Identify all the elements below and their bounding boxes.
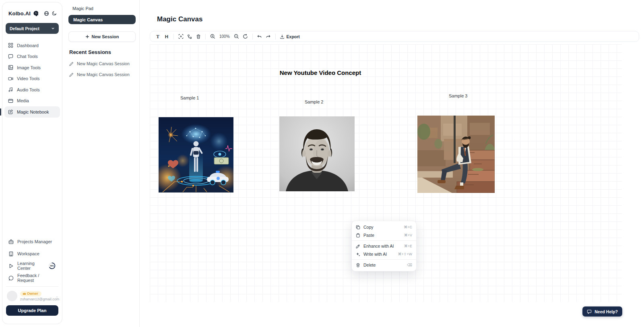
sample-2-image[interactable] <box>279 116 355 191</box>
new-session-button[interactable]: New Session <box>68 31 136 42</box>
context-menu-item-enhance-with-ai[interactable]: Enhance with AI ⌘+E <box>352 242 416 250</box>
owner-badge: Owner <box>20 291 41 296</box>
dark-mode-moon-icon[interactable] <box>52 10 57 17</box>
copy-icon <box>356 225 360 230</box>
sample-1-image[interactable] <box>159 117 233 192</box>
image-icon <box>8 65 13 70</box>
active-indicator <box>0 108 1 116</box>
sidebar-item-learning-center[interactable]: Learning Center 66% <box>6 260 58 272</box>
sidebar-item-video-tools[interactable]: Video Tools <box>4 73 60 85</box>
undo-icon <box>257 34 262 39</box>
paste-clipboard-icon <box>356 233 360 238</box>
shortcut-label: ⌘+C <box>404 225 412 229</box>
shortcut-label: ⌘+⇧+W <box>398 252 412 256</box>
magic-wand-icon <box>356 244 360 248</box>
heading-tool-button[interactable]: H <box>162 32 171 41</box>
brain-logo-icon <box>33 10 39 17</box>
notebook-edit-icon <box>8 109 13 114</box>
divider <box>352 240 416 241</box>
divider <box>6 286 58 287</box>
sidebar-item-image-tools[interactable]: Image Tools <box>4 62 60 73</box>
help-chat-icon <box>587 309 592 314</box>
redo-button[interactable] <box>264 32 273 41</box>
delete-tool-button[interactable] <box>194 32 203 41</box>
undo-button[interactable] <box>255 32 264 41</box>
sidebar-item-projects-manager[interactable]: Projects Manager <box>6 236 58 248</box>
sample-2-label[interactable]: Sample 2 <box>305 99 323 104</box>
page-title: Magic Canvas <box>157 15 202 23</box>
main-area: Magic Canvas T H 100% <box>140 0 644 327</box>
zoom-out-button[interactable] <box>232 32 241 41</box>
sidebar-item-chat-tools[interactable]: Chat Tools <box>4 51 60 62</box>
sidebar-item-label: Workspace <box>17 251 39 256</box>
sidebar-item-label: Image Tools <box>17 65 41 70</box>
sidebar-item-label: Projects Manager <box>17 239 52 244</box>
sidebar-item-label: Audio Tools <box>17 87 40 92</box>
sidebar-footer: Projects Manager Workspace Learning Cent… <box>6 236 58 316</box>
sidebar: Kolbo.AI Default Project Dashboard Chat … <box>2 2 62 324</box>
sidebar-item-label: Dashboard <box>17 43 39 48</box>
sample-3-label[interactable]: Sample 3 <box>449 93 467 98</box>
zoom-out-icon <box>234 34 239 39</box>
tab-magic-canvas[interactable]: Magic Canvas <box>68 15 136 24</box>
project-selector-label: Default Project <box>10 26 39 31</box>
sidebar-item-media[interactable]: Media <box>4 95 60 107</box>
sidebar-item-dashboard[interactable]: Dashboard <box>4 40 60 51</box>
logo-row: Kolbo.AI <box>8 10 57 17</box>
music-note-icon <box>8 87 13 92</box>
sidebar-item-feedback[interactable]: Feedback / Request <box>6 272 58 284</box>
building-icon <box>8 251 14 257</box>
user-account[interactable]: Owner zoharvan12@gmail.com <box>6 290 58 305</box>
context-menu-item-copy[interactable]: Copy ⌘+C <box>352 223 416 231</box>
selection-scan-icon <box>178 34 184 39</box>
chevron-down-icon <box>51 27 55 30</box>
flow-branch-icon <box>187 34 192 39</box>
session-list-item[interactable]: New Magic Canvas Session <box>69 72 139 77</box>
context-menu-item-delete[interactable]: Delete ⌫ <box>352 261 416 269</box>
user-email: zoharvan12@gmail.com <box>20 297 59 301</box>
sample-3-image[interactable] <box>417 116 495 193</box>
pencil-icon <box>69 72 74 77</box>
context-menu-item-paste[interactable]: Paste ⌘+V <box>352 231 416 239</box>
project-selector[interactable]: Default Project <box>6 23 59 34</box>
pencil-icon <box>69 62 74 66</box>
sidebar-item-label: Media <box>17 98 29 103</box>
trash-icon <box>356 263 360 267</box>
zoom-level: 100% <box>217 34 232 39</box>
sessions-panel: Magic Pad Magic Canvas New Session Recen… <box>64 0 140 327</box>
upgrade-plan-button[interactable]: Upgrade Plan <box>6 305 58 316</box>
language-globe-icon[interactable] <box>44 10 49 17</box>
rotate-reset-icon <box>243 34 248 39</box>
trash-icon <box>196 34 201 39</box>
board-title[interactable]: New Youtube Video Concept <box>278 69 363 76</box>
divider <box>275 34 276 39</box>
context-menu: Copy ⌘+C Paste ⌘+V Enhance with AI ⌘+E W… <box>351 221 417 271</box>
brand-logo: Kolbo.AI <box>8 10 31 17</box>
divider <box>252 34 253 39</box>
zoom-in-button[interactable] <box>208 32 217 41</box>
sidebar-item-audio-tools[interactable]: Audio Tools <box>4 84 60 95</box>
select-region-button[interactable] <box>176 32 185 41</box>
sidebar-item-label: Video Tools <box>17 76 39 81</box>
sample-1-label[interactable]: Sample 1 <box>180 95 199 100</box>
text-tool-button[interactable]: T <box>153 32 162 41</box>
shortcut-label: ⌘+E <box>404 244 412 248</box>
reset-view-button[interactable] <box>241 32 250 41</box>
tab-magic-pad[interactable]: Magic Pad <box>72 6 134 11</box>
canvas-grid[interactable]: New Youtube Video Concept Sample 1 Sampl… <box>150 44 622 302</box>
recent-sessions-heading: Recent Sessions <box>69 49 139 55</box>
session-list-item[interactable]: New Magic Canvas Session <box>69 61 139 66</box>
connector-tool-button[interactable] <box>185 32 194 41</box>
need-help-button[interactable]: Need Help? <box>582 306 622 317</box>
sidebar-item-label: Chat Tools <box>17 54 38 59</box>
briefcase-icon <box>8 239 14 244</box>
context-menu-item-write-with-ai[interactable]: Write with AI ⌘+⇧+W <box>352 250 416 258</box>
media-folder-icon <box>8 98 13 103</box>
shortcut-label: ⌘+V <box>404 233 412 237</box>
sparkles-icon <box>356 252 360 257</box>
chevron-icon <box>56 296 58 298</box>
export-button[interactable]: Export <box>278 34 301 39</box>
sidebar-item-workspace[interactable]: Workspace <box>6 248 58 260</box>
sidebar-item-label: Feedback / Request <box>17 273 56 283</box>
sidebar-item-magic-notebook[interactable]: Magic Notebook <box>4 106 60 118</box>
